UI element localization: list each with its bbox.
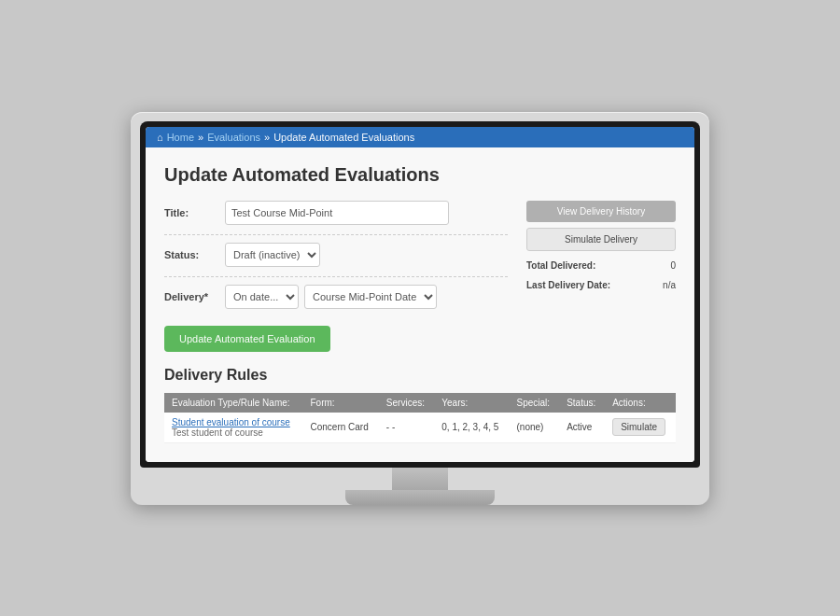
col-name: Evaluation Type/Rule Name: [164, 393, 302, 413]
cell-services: - - [379, 413, 434, 443]
rules-table: Evaluation Type/Rule Name: Form: Service… [164, 393, 676, 443]
page-title: Update Automated Evaluations [164, 164, 676, 186]
nav-home-link[interactable]: Home [167, 132, 194, 143]
status-row: Status: Draft (inactive) [164, 243, 508, 267]
col-form: Form: [302, 393, 378, 413]
delivery-on-select[interactable]: On date... [225, 285, 299, 309]
last-delivery-value: n/a [663, 280, 676, 290]
delivery-row: Delivery* On date... Course Mid-Point Da… [164, 285, 508, 309]
screen: ⌂ Home » Evaluations » Update Automated … [146, 127, 694, 462]
nav-separator-2: » [264, 132, 270, 143]
monitor-base [345, 490, 495, 505]
delivery-label: Delivery* [164, 291, 225, 302]
delivery-selects: On date... Course Mid-Point Date [225, 285, 437, 309]
total-delivered-label: Total Delivered: [526, 260, 595, 271]
form-left: Title: Status: Draft (inactive) [164, 201, 508, 352]
simulate-row-button[interactable]: Simulate [612, 418, 665, 436]
divider-2 [164, 276, 508, 277]
cell-special: (none) [510, 413, 560, 443]
monitor: ⌂ Home » Evaluations » Update Automated … [131, 112, 709, 505]
monitor-neck [392, 468, 448, 490]
cell-status: Active [559, 413, 605, 443]
simulate-delivery-button[interactable]: Simulate Delivery [526, 228, 676, 251]
rule-sub-text: Test student of course [172, 427, 263, 438]
cell-form: Concern Card [302, 413, 378, 443]
status-select[interactable]: Draft (inactive) [225, 243, 320, 267]
col-status: Status: [559, 393, 605, 413]
form-right: View Delivery History Simulate Delivery … [526, 201, 676, 352]
nav-separator-1: » [198, 132, 203, 143]
title-label: Title: [164, 207, 225, 218]
cell-action: Simulate [605, 413, 676, 443]
view-history-button[interactable]: View Delivery History [526, 201, 676, 222]
rule-name-link[interactable]: Student evaluation of course [172, 417, 295, 427]
cell-years: 0, 1, 2, 3, 4, 5 [434, 413, 509, 443]
cell-name: Student evaluation of course Test studen… [164, 413, 302, 443]
delivery-course-select[interactable]: Course Mid-Point Date [304, 285, 437, 309]
nav-current: Update Automated Evaluations [273, 132, 414, 143]
table-header-row: Evaluation Type/Rule Name: Form: Service… [164, 393, 676, 413]
nav-evaluations-link[interactable]: Evaluations [207, 132, 260, 143]
last-delivery-row: Last Delivery Date: n/a [526, 280, 676, 290]
update-button[interactable]: Update Automated Evaluation [164, 326, 330, 352]
form-area: Title: Status: Draft (inactive) [164, 201, 676, 352]
home-icon: ⌂ [157, 132, 163, 143]
col-special: Special: [510, 393, 560, 413]
title-row: Title: [164, 201, 508, 225]
status-label: Status: [164, 249, 225, 260]
col-years: Years: [434, 393, 509, 413]
divider-1 [164, 234, 508, 235]
col-services: Services: [379, 393, 434, 413]
delivery-rules-title: Delivery Rules [164, 367, 676, 384]
page-content: Update Automated Evaluations Title: Stat… [146, 147, 694, 462]
monitor-bezel: ⌂ Home » Evaluations » Update Automated … [140, 121, 700, 468]
table-row: Student evaluation of course Test studen… [164, 413, 676, 443]
total-delivered-value: 0 [670, 260, 676, 271]
nav-bar: ⌂ Home » Evaluations » Update Automated … [146, 127, 694, 147]
last-delivery-label: Last Delivery Date: [526, 280, 610, 290]
col-actions: Actions: [605, 393, 676, 413]
title-input[interactable] [225, 201, 449, 225]
total-delivered-row: Total Delivered: 0 [526, 260, 676, 271]
